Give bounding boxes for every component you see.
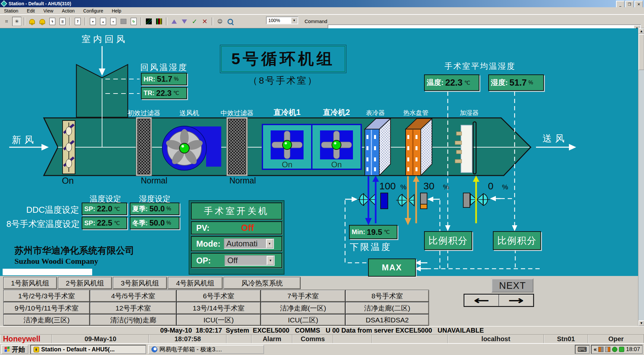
- summer-sp-box[interactable]: 夏季:50.0%: [130, 203, 179, 215]
- menu-action[interactable]: Action: [62, 8, 75, 14]
- refresh-page-icon[interactable]: ↻: [129, 17, 138, 26]
- event-page-icon[interactable]: ϟ: [48, 17, 57, 26]
- page-back-icon[interactable]: «: [109, 17, 118, 26]
- station-icon[interactable]: ⌗: [2, 17, 11, 26]
- panel-title: 手术室开关机: [191, 203, 282, 220]
- nav-or-4-5[interactable]: 4号/5号手术室: [90, 290, 176, 302]
- page-down-icon[interactable]: ▾: [88, 17, 97, 26]
- nav-dsa1-dsa2[interactable]: DSA1和DSA2: [345, 314, 429, 326]
- nav-or-8[interactable]: 8号手术室: [345, 290, 429, 302]
- tray-expand-icon[interactable]: «: [594, 346, 597, 353]
- nav-or-6[interactable]: 6号手术室: [176, 290, 261, 302]
- alarm-ack-icon[interactable]: [38, 17, 47, 26]
- min-unit: ℃: [384, 229, 390, 235]
- nav-clean-corridor-3[interactable]: 洁净走廊(三区): [3, 314, 90, 326]
- nav-fresh-air-unit-1[interactable]: 1号新风机组: [3, 277, 57, 289]
- chevron-down-icon[interactable]: ▼: [267, 256, 274, 265]
- scroll-up-icon[interactable]: ▲: [638, 28, 644, 34]
- min-label: Min:: [352, 228, 365, 236]
- avg-temp-value: 22.3: [445, 78, 463, 88]
- nav-or-13-14[interactable]: 13号/14号手术室: [176, 302, 261, 314]
- nav-soiled-corridor[interactable]: 清洁(污物)走廊: [90, 314, 176, 326]
- nav-icu-1[interactable]: ICU(一区): [176, 314, 261, 326]
- vertical-scrollbar[interactable]: ▲ ▼: [638, 28, 644, 326]
- toolbar-separator: [24, 17, 25, 25]
- nav-or-9-10-11[interactable]: 9号/10号/11号手术室: [3, 302, 90, 314]
- avg-th-label: 手术室平均温湿度: [444, 61, 516, 71]
- station-task-icon: [34, 347, 39, 352]
- chevron-down-icon[interactable]: ▼: [266, 239, 273, 248]
- menu-view[interactable]: View: [43, 8, 53, 14]
- menu-station[interactable]: Station: [4, 8, 18, 14]
- task-mail-button[interactable]: 网易电子邮箱 - 极速3....: [148, 345, 264, 354]
- menu-help[interactable]: Help: [112, 8, 121, 14]
- find-icon[interactable]: [226, 17, 235, 26]
- raise-icon[interactable]: [170, 17, 179, 26]
- op-select[interactable]: Off ▼: [225, 255, 275, 266]
- chiller1-status: On: [262, 160, 312, 169]
- start-button[interactable]: 开始: [1, 345, 28, 354]
- menu-configure[interactable]: Configure: [83, 8, 103, 14]
- taskbar-clock: 18:07: [626, 346, 640, 353]
- mode-select[interactable]: Automati ▼: [224, 238, 274, 249]
- nav-or-12[interactable]: 12号手术室: [90, 302, 176, 314]
- or-onoff-panel: 手术室开关机 PV: Off Mode: Automati ▼ OP: Off …: [189, 200, 284, 275]
- next-page-button[interactable]: [499, 294, 533, 306]
- chevron-down-icon[interactable]: ▼: [291, 17, 297, 23]
- alarm-bell-icon[interactable]: [27, 17, 37, 26]
- nav-or-1-2-3[interactable]: 1号/2号/3号手术室: [3, 290, 90, 302]
- nav-clean-corridor-2[interactable]: 洁净走廊(二区): [345, 302, 429, 314]
- keyboard-icon[interactable]: ⌨: [577, 345, 587, 353]
- menu-edit[interactable]: Edit: [27, 8, 35, 14]
- operator-icon[interactable]: ☺: [215, 17, 225, 26]
- cooling-valve-percent: 100%: [379, 180, 407, 192]
- nav-fresh-air-unit-3[interactable]: 3号新风机组: [113, 277, 167, 289]
- keyboard-tray[interactable]: ⌨: [575, 345, 590, 354]
- sp1-box[interactable]: SP:22.0℃: [82, 203, 127, 215]
- menu-bar: Station Edit View Action Configure Help: [0, 7, 644, 14]
- nav-icu-2[interactable]: ICU(二区): [261, 314, 345, 326]
- scrollbar-thumb[interactable]: [638, 34, 644, 70]
- tray-shield-icon[interactable]: [612, 347, 617, 352]
- or8-setting-label: 8号手术室温度设定: [2, 218, 80, 230]
- chiller1-label: 直冷机1: [267, 107, 307, 118]
- confirm-icon[interactable]: ✓: [190, 17, 199, 26]
- status-comms[interactable]: Comms: [292, 335, 333, 343]
- next-button[interactable]: NEXT: [492, 279, 533, 292]
- toolbar-separator: [141, 17, 142, 25]
- zoom-value: 100%: [268, 18, 280, 23]
- tray-app-icon-2[interactable]: [605, 347, 610, 352]
- favorites-icon[interactable]: ✳: [12, 17, 21, 26]
- status-user: Oper: [588, 335, 644, 343]
- trend-chart-icon[interactable]: [144, 17, 153, 26]
- tray-update-icon[interactable]: [619, 347, 624, 352]
- nav-fresh-air-unit-4[interactable]: 4号新风机组: [168, 277, 223, 289]
- nav-fresh-air-unit-2[interactable]: 2号新风机组: [58, 277, 112, 289]
- bar-chart-icon[interactable]: [154, 17, 164, 26]
- scroll-down-icon[interactable]: ▼: [638, 320, 644, 326]
- report-page-icon[interactable]: ≣: [58, 17, 67, 26]
- prev-page-button[interactable]: [464, 294, 499, 306]
- status-alarm[interactable]: Alarm: [252, 335, 292, 343]
- chiller2-label: 直冷机2: [317, 107, 356, 118]
- return-th-label: 回风温湿度: [140, 62, 188, 73]
- sp2-box[interactable]: SP:22.5℃: [82, 217, 127, 229]
- task-station-button[interactable]: Station - Default - AHU5(...: [30, 345, 146, 354]
- nav-heat-pump-system[interactable]: 风冷热泵系统: [224, 277, 301, 289]
- minimize-button[interactable]: _: [616, 1, 625, 8]
- page-up-icon[interactable]: ▴: [98, 17, 108, 26]
- close-button[interactable]: ✕: [634, 1, 643, 8]
- nav-or-7[interactable]: 7号手术室: [261, 290, 345, 302]
- zoom-combobox[interactable]: 100% ▼: [266, 16, 298, 24]
- return-humidity-box: HR: 51.7 %: [141, 73, 187, 85]
- tray-app-icon-1[interactable]: [598, 347, 604, 352]
- status-date: 09-May-10: [52, 335, 149, 343]
- winter-sp-box[interactable]: 冬季:50.0%: [130, 217, 179, 229]
- nav-clean-corridor-1[interactable]: 洁净走廊(一区): [261, 302, 345, 314]
- lower-icon[interactable]: [180, 17, 189, 26]
- save-icon[interactable]: [119, 17, 128, 26]
- restore-button[interactable]: ❐: [625, 1, 634, 8]
- op-label: OP:: [196, 256, 211, 265]
- help-page-icon[interactable]: ?: [73, 17, 82, 26]
- cancel-icon[interactable]: ✕: [200, 17, 209, 26]
